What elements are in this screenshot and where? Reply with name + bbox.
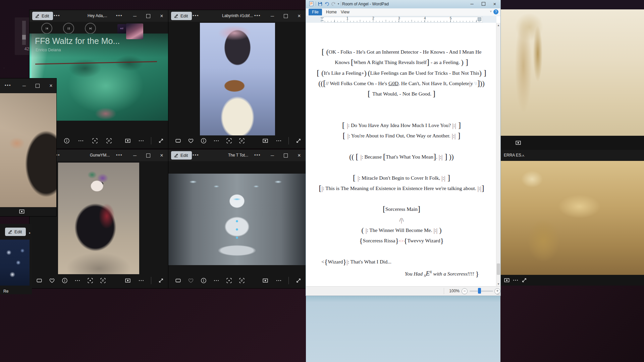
- fullscreen-icon[interactable]: [293, 276, 304, 286]
- ribbon-collapse-icon[interactable]: ˅: [490, 10, 492, 13]
- visual-search-icon[interactable]: [224, 276, 234, 286]
- filmstrip-icon[interactable]: [34, 276, 44, 286]
- text-actions-icon[interactable]: [104, 136, 114, 146]
- vertical-scrollbar[interactable]: ▲ ▼: [496, 23, 500, 287]
- more-options-icon[interactable]: •••: [254, 13, 261, 18]
- pause-button[interactable]: [63, 23, 74, 34]
- info-icon[interactable]: [62, 136, 72, 146]
- save-icon[interactable]: [318, 1, 323, 6]
- text-actions-icon[interactable]: [98, 276, 108, 286]
- see-more-icon[interactable]: •••: [54, 13, 60, 18]
- minimize-button[interactable]: ─: [128, 10, 142, 22]
- document-area[interactable]: [ (OK - Folks - He's Got an Inherent Det…: [306, 23, 496, 287]
- close-button[interactable]: ×: [155, 10, 168, 22]
- menu-home[interactable]: Home: [323, 9, 339, 15]
- previous-track-button[interactable]: [41, 23, 52, 34]
- close-button[interactable]: ×: [44, 80, 58, 92]
- minimize-button[interactable]: ─: [17, 80, 31, 92]
- edit-button[interactable]: Edit: [171, 12, 192, 20]
- more-options-icon[interactable]: •••: [254, 153, 261, 158]
- more-icon[interactable]: [274, 276, 284, 286]
- customize-qat-icon[interactable]: ▾: [338, 2, 339, 5]
- maximize-button[interactable]: [142, 10, 155, 22]
- title-bar[interactable]: Edit ••• Labyrinth #1cbf... ••• ─ ×: [168, 10, 306, 22]
- next-track-button[interactable]: [85, 23, 96, 34]
- info-icon[interactable]: [60, 276, 70, 286]
- title-bar[interactable]: ▾ Room of Angel - WordPad ─ ×: [306, 0, 500, 8]
- maximize-button[interactable]: [31, 80, 44, 92]
- maximize-button[interactable]: [142, 149, 155, 161]
- favorite-icon[interactable]: [186, 136, 196, 146]
- edit-button[interactable]: Edit: [32, 12, 53, 20]
- close-button[interactable]: ×: [292, 149, 306, 161]
- fullscreen-icon[interactable]: [293, 136, 304, 146]
- text-actions-icon[interactable]: [237, 136, 247, 146]
- maximize-button[interactable]: [279, 149, 292, 161]
- more-icon[interactable]: [274, 136, 284, 146]
- minimize-button[interactable]: ─: [128, 149, 142, 161]
- title-bar[interactable]: [500, 0, 644, 9]
- visual-search-icon[interactable]: [90, 136, 100, 146]
- scroll-down-icon[interactable]: ▼: [496, 282, 500, 287]
- zoom-slider-handle[interactable]: [478, 288, 481, 294]
- volume-slider[interactable]: [22, 21, 26, 45]
- text-actions-icon[interactable]: [237, 276, 247, 286]
- see-more-icon[interactable]: •••: [193, 153, 199, 158]
- title-bar[interactable]: Edit ••• The T Tot... ••• ─ ×: [168, 149, 306, 161]
- slideshow-icon[interactable]: [260, 136, 270, 146]
- maximize-button[interactable]: [279, 10, 292, 22]
- fullscreen-icon[interactable]: [156, 136, 166, 146]
- slideshow-icon[interactable]: [17, 206, 27, 217]
- minimize-button[interactable]: ─: [266, 10, 279, 22]
- favorite-icon[interactable]: [47, 276, 57, 286]
- fullscreen-icon[interactable]: [156, 276, 166, 286]
- resize-grip[interactable]: [497, 292, 499, 295]
- more-options-icon[interactable]: •••: [116, 13, 123, 18]
- favorite-icon[interactable]: [186, 276, 196, 286]
- undo-icon[interactable]: [324, 1, 329, 6]
- more-icon[interactable]: [211, 136, 221, 146]
- see-more-icon[interactable]: •: [29, 231, 31, 236]
- slideshow-icon[interactable]: [260, 276, 270, 286]
- maximize-button[interactable]: [478, 0, 489, 7]
- title-bar[interactable]: Edit ••• Hey Ada,... ••• ─ ×: [30, 10, 168, 22]
- info-icon[interactable]: [199, 276, 209, 286]
- fullscreen-icon[interactable]: [519, 275, 529, 285]
- see-more-icon[interactable]: •••: [193, 13, 199, 18]
- more-icon[interactable]: [136, 136, 146, 146]
- redo-icon[interactable]: [331, 1, 336, 6]
- menu-view[interactable]: View: [338, 9, 352, 15]
- filmstrip-icon[interactable]: [173, 276, 183, 286]
- filmstrip-icon[interactable]: [173, 136, 183, 146]
- edit-button[interactable]: Edit: [171, 151, 192, 160]
- slideshow-icon[interactable]: [123, 276, 133, 286]
- close-button[interactable]: ×: [155, 149, 168, 161]
- scroll-up-icon[interactable]: ▲: [496, 23, 500, 28]
- minimize-button[interactable]: ─: [266, 149, 279, 161]
- slideshow-icon[interactable]: [123, 136, 133, 146]
- zoom-slider-track[interactable]: [470, 291, 493, 292]
- edit-button[interactable]: Edit: [5, 228, 26, 236]
- help-icon[interactable]: ?: [493, 9, 498, 14]
- more-options-icon[interactable]: •: [523, 154, 525, 157]
- info-icon[interactable]: [199, 136, 209, 146]
- visual-search-icon[interactable]: [85, 276, 95, 286]
- close-button[interactable]: ×: [292, 10, 306, 22]
- more-icon[interactable]: [72, 276, 83, 286]
- slideshow-icon[interactable]: [513, 138, 523, 148]
- document-line: (( [ |: Because [That's What You Mean]. …: [313, 152, 490, 162]
- title-bar[interactable]: ••• ─ ×: [0, 78, 56, 93]
- close-button[interactable]: ×: [489, 0, 500, 7]
- right-margin-marker[interactable]: [478, 17, 481, 21]
- visual-search-icon[interactable]: [224, 136, 234, 146]
- zoom-out-button[interactable]: −: [462, 288, 468, 294]
- scrollbar-thumb[interactable]: [497, 263, 500, 275]
- more-icon[interactable]: [76, 136, 86, 146]
- more-icon[interactable]: [211, 276, 221, 286]
- more-icon[interactable]: [136, 276, 146, 286]
- minimize-button[interactable]: ─: [466, 0, 478, 7]
- more-options-icon[interactable]: •••: [116, 153, 123, 158]
- title-bar[interactable]: ERRA ES... •: [500, 150, 644, 161]
- menu-file[interactable]: File: [309, 9, 322, 15]
- see-more-icon[interactable]: •••: [5, 83, 11, 88]
